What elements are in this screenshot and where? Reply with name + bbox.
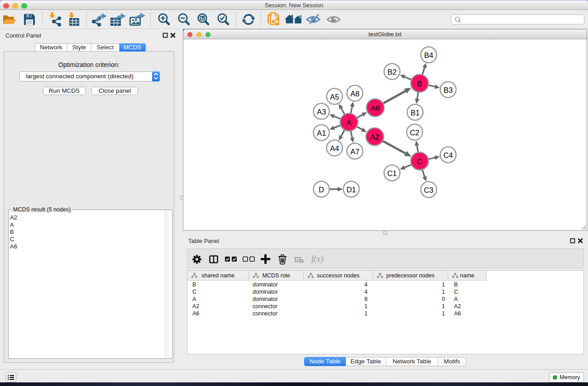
svg-text:B3: B3 xyxy=(444,86,453,94)
svg-text:B: B xyxy=(417,80,422,88)
svg-text:A1: A1 xyxy=(317,129,326,137)
svg-text:C1: C1 xyxy=(387,169,397,177)
svg-text:C4: C4 xyxy=(443,151,453,159)
svg-text:C: C xyxy=(417,157,422,166)
svg-text:A7: A7 xyxy=(350,148,359,156)
svg-text:A: A xyxy=(346,119,351,127)
svg-text:A4: A4 xyxy=(330,144,339,152)
svg-text:A6: A6 xyxy=(371,104,380,112)
svg-text:A8: A8 xyxy=(350,90,359,98)
svg-text:B4: B4 xyxy=(424,51,433,59)
svg-text:A2: A2 xyxy=(370,133,379,141)
svg-text:A5: A5 xyxy=(330,93,339,101)
svg-text:C2: C2 xyxy=(410,129,419,137)
svg-text:D1: D1 xyxy=(346,186,356,194)
svg-text:B1: B1 xyxy=(411,109,420,117)
svg-text:A3: A3 xyxy=(317,108,326,116)
svg-text:D: D xyxy=(319,186,324,194)
svg-text:C3: C3 xyxy=(424,186,433,194)
svg-text:B2: B2 xyxy=(387,68,397,76)
